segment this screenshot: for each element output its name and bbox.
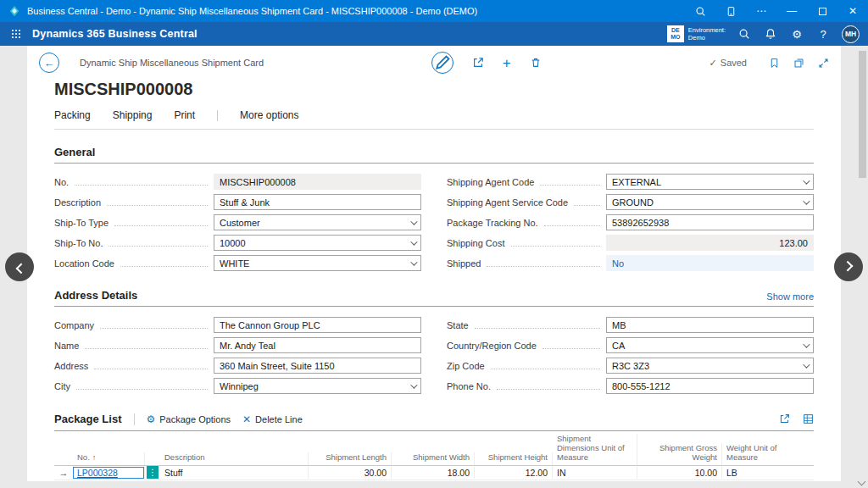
height-cell[interactable]: 12.00 xyxy=(475,467,553,479)
chevron-down-icon xyxy=(803,341,810,347)
package-tracking-no-field[interactable]: 53892652938 xyxy=(606,214,814,230)
delete-trash-button[interactable] xyxy=(530,57,542,69)
column-weight-uom[interactable]: Weight Unit of Measure xyxy=(722,443,798,465)
help-icon[interactable]: ? xyxy=(815,26,831,42)
address-field[interactable]: 360 Main Street, Suite 1150 xyxy=(214,358,421,374)
row-context-menu-icon[interactable]: ⋮ xyxy=(147,466,159,479)
package-options-button[interactable]: ⚙ Package Options xyxy=(147,414,231,424)
ship-to-type-select[interactable]: Customer xyxy=(214,214,421,230)
zip-code-select[interactable]: R3C 3Z3 xyxy=(606,358,814,374)
search-icon[interactable] xyxy=(685,0,715,22)
workspace: ← Dynamic Ship Miscellaneous Shipment Ca… xyxy=(0,46,868,488)
city-select[interactable]: Winnipeg xyxy=(214,378,421,394)
column-shipment-length[interactable]: Shipment Length xyxy=(309,452,392,465)
maximize-icon[interactable] xyxy=(807,0,837,22)
field-address: Address 360 Main Street, Suite 1150 xyxy=(54,358,421,374)
weight-uom-cell[interactable]: LB xyxy=(722,467,798,479)
product-title[interactable]: Dynamics 365 Business Central xyxy=(32,28,198,40)
new-record-button[interactable]: + xyxy=(503,56,511,70)
user-avatar[interactable]: MH xyxy=(842,25,860,43)
table-row[interactable]: → LP000328 ⋮ Stuff 30.00 18.00 12.00 IN … xyxy=(54,466,814,480)
row-selector-icon: → xyxy=(54,468,73,478)
app-header: Dynamics 365 Business Central DE MO Envi… xyxy=(0,22,868,46)
package-options-icon: ⚙ xyxy=(147,414,156,424)
share-list-icon[interactable] xyxy=(779,413,790,424)
browser-more-icon[interactable]: ⋯ xyxy=(746,0,776,22)
previous-record-button[interactable] xyxy=(5,252,34,281)
general-section-header: General xyxy=(54,142,814,164)
waffle-icon[interactable] xyxy=(0,22,32,46)
field-location-code: Location Code WHITE xyxy=(54,255,421,271)
general-fields: No. MISCSHIP000008 Description Stuff & J… xyxy=(54,164,814,273)
environment-badge[interactable]: DE MO Environment: Demo xyxy=(667,25,726,42)
phone-no-field[interactable]: 800-555-1212 xyxy=(606,378,814,394)
expand-fullscreen-icon[interactable] xyxy=(818,58,829,69)
gross-weight-cell[interactable]: 10.00 xyxy=(637,467,722,479)
menu-more-options[interactable]: More options xyxy=(240,109,298,121)
name-field[interactable]: Mr. Andy Teal xyxy=(214,337,421,353)
menu-print[interactable]: Print xyxy=(174,109,195,121)
chevron-left-icon xyxy=(15,263,26,274)
no-cell[interactable]: LP000328 xyxy=(73,467,145,479)
length-cell[interactable]: 30.00 xyxy=(309,467,392,479)
save-status: ✓ Saved xyxy=(709,58,747,69)
share-button[interactable] xyxy=(472,57,484,69)
edit-pencil-button[interactable] xyxy=(431,52,453,74)
business-central-app-icon xyxy=(8,5,20,17)
address-section-header: Address Details Show more xyxy=(54,286,814,307)
width-cell[interactable]: 18.00 xyxy=(392,467,475,479)
breadcrumb[interactable]: Dynamic Ship Miscellaneous Shipment Card xyxy=(80,58,264,68)
search-icon[interactable] xyxy=(737,26,752,42)
chevron-down-icon xyxy=(410,238,417,245)
column-no[interactable]: No.↑ xyxy=(73,452,145,465)
open-in-excel-icon[interactable] xyxy=(803,413,814,424)
state-field[interactable]: MB xyxy=(606,317,814,333)
close-icon[interactable]: ✕ xyxy=(837,0,868,22)
shipped-field: No xyxy=(606,255,814,271)
titlebar-controls: ⋯ — ✕ xyxy=(685,0,868,22)
browser-titlebar: Business Central - Demo - Dynamic Ship M… xyxy=(0,0,868,22)
card-header: ← Dynamic Ship Miscellaneous Shipment Ca… xyxy=(27,46,841,80)
dim-uom-cell[interactable]: IN xyxy=(553,467,637,479)
column-dimensions-uom[interactable]: Shipment Dimensions Unit of Measure xyxy=(553,434,637,465)
settings-gear-icon[interactable]: ⚙ xyxy=(789,26,804,42)
shipping-agent-service-code-select[interactable]: GROUND xyxy=(606,194,814,210)
card-header-right-icons xyxy=(769,58,829,69)
location-code-select[interactable]: WHITE xyxy=(214,255,421,271)
show-more-link[interactable]: Show more xyxy=(766,291,814,302)
shipping-agent-code-select[interactable]: EXTERNAL xyxy=(606,174,814,190)
chevron-down-icon xyxy=(410,381,417,388)
vertical-scrollbar[interactable] xyxy=(859,49,866,474)
column-shipment-width[interactable]: Shipment Width xyxy=(392,452,475,465)
table-row[interactable]: LP000329 Junk 20.00 12.00 8.00 IN 5.00 L… xyxy=(54,480,814,481)
column-gross-weight[interactable]: Shipment Gross Weight xyxy=(637,443,722,465)
menu-packing[interactable]: Packing xyxy=(54,109,91,121)
field-shipped: Shipped No xyxy=(447,255,814,271)
delete-line-button[interactable]: ✕ Delete Line xyxy=(242,414,303,424)
chevron-down-icon xyxy=(410,218,417,225)
ship-to-no-select[interactable]: 10000 xyxy=(214,235,421,251)
install-app-icon[interactable] xyxy=(715,0,746,22)
scrollbar-thumb[interactable] xyxy=(859,51,866,178)
country-region-code-select[interactable]: CA xyxy=(606,337,814,353)
notifications-bell-icon[interactable] xyxy=(763,26,778,42)
address-heading[interactable]: Address Details xyxy=(54,289,137,302)
field-shipping-agent-code: Shipping Agent Code EXTERNAL xyxy=(447,174,814,190)
field-shipping-agent-service-code: Shipping Agent Service Code GROUND xyxy=(447,194,814,210)
open-in-new-window-icon[interactable] xyxy=(793,58,804,69)
menu-shipping[interactable]: Shipping xyxy=(113,109,153,121)
bookmark-icon[interactable] xyxy=(769,58,780,69)
address-fields: Company The Cannon Group PLC Name Mr. An… xyxy=(54,307,814,396)
row-menu-cell[interactable]: ⋮ xyxy=(145,466,160,479)
column-shipment-height[interactable]: Shipment Height xyxy=(475,452,553,465)
scroll-down-arrow-icon[interactable] xyxy=(858,478,866,486)
company-field[interactable]: The Cannon Group PLC xyxy=(214,317,421,333)
column-description[interactable]: Description xyxy=(160,452,309,465)
minimize-icon[interactable]: — xyxy=(776,0,807,22)
description-field[interactable]: Stuff & Junk xyxy=(214,194,421,210)
description-cell[interactable]: Stuff xyxy=(160,467,309,479)
package-list-heading: Package List xyxy=(54,413,122,425)
shipping-cost-field: 123.00 xyxy=(606,235,814,251)
general-heading[interactable]: General xyxy=(54,146,95,158)
back-button[interactable]: ← xyxy=(39,53,59,73)
